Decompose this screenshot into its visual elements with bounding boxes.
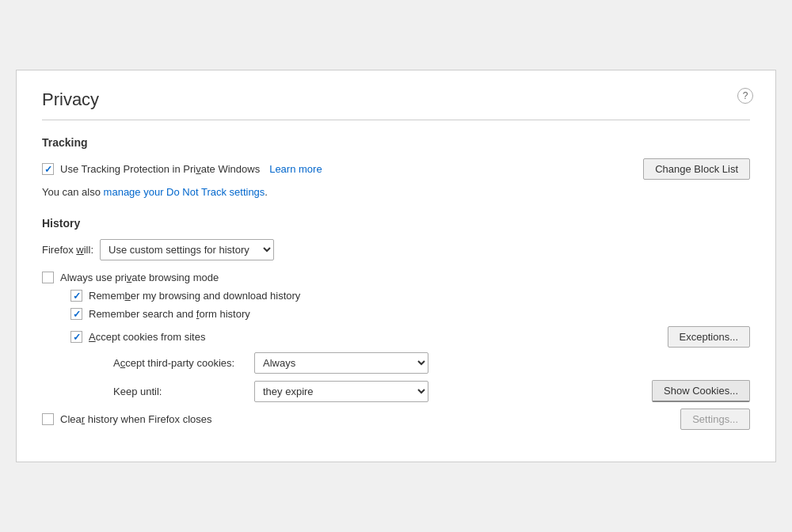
tracking-section: Tracking Use Tracking Protection in Priv… xyxy=(42,136,750,198)
tracking-protection-label: Use Tracking Protection in Private Windo… xyxy=(60,163,260,175)
learn-more-link[interactable]: Learn more xyxy=(269,163,322,175)
change-block-list-area: Change Block List xyxy=(643,158,750,180)
show-cookies-button[interactable]: Show Cookies... xyxy=(652,380,750,402)
accept-cookies-row: Accept cookies from sites Exceptions... xyxy=(42,326,750,348)
remember-browsing-row: Remember my browsing and download histor… xyxy=(70,290,750,302)
clear-history-section: Clear history when Firefox closes Settin… xyxy=(42,408,750,430)
firefox-will-select[interactable]: Remember history Never remember history … xyxy=(100,239,274,260)
remember-search-row: Remember search and form history xyxy=(70,308,750,320)
history-section: History Firefox will: Remember history N… xyxy=(42,217,750,430)
firefox-will-row: Firefox will: Remember history Never rem… xyxy=(42,239,750,260)
clear-history-checkbox[interactable] xyxy=(42,413,54,425)
accept-cookies-checkbox[interactable] xyxy=(70,331,82,343)
accept-cookies-label: Accept cookies from sites xyxy=(89,331,205,343)
keep-until-select[interactable]: they expire I close Firefox ask me every… xyxy=(254,381,428,402)
settings-button[interactable]: Settings... xyxy=(680,408,750,430)
keep-until-row: Keep until: they expire I close Firefox … xyxy=(113,381,428,402)
firefox-will-label: Firefox will: xyxy=(42,244,93,256)
tracking-section-title: Tracking xyxy=(42,136,750,149)
remember-search-checkbox[interactable] xyxy=(70,308,82,320)
exceptions-button[interactable]: Exceptions... xyxy=(668,326,750,348)
always-private-checkbox[interactable] xyxy=(42,272,54,283)
accept-cookies-left: Accept cookies from sites xyxy=(42,331,205,343)
remember-search-label: Remember search and form history xyxy=(89,308,250,320)
remember-browsing-label: Remember my browsing and download histor… xyxy=(89,290,300,302)
remember-browsing-checkbox[interactable] xyxy=(70,290,82,302)
section-divider xyxy=(42,120,750,120)
page-title: Privacy xyxy=(42,89,750,110)
third-party-select[interactable]: Always From visited Never xyxy=(254,352,428,374)
third-party-label: Accept third-party cookies: xyxy=(113,357,248,369)
keep-until-section: Keep until: they expire I close Firefox … xyxy=(42,380,750,402)
tracking-protection-checkbox[interactable] xyxy=(42,163,54,175)
clear-history-label: Clear history when Firefox closes xyxy=(60,413,212,425)
history-section-title: History xyxy=(42,217,750,230)
keep-until-label: Keep until: xyxy=(113,386,248,397)
always-private-row: Always use private browsing mode xyxy=(42,272,750,283)
always-private-label: Always use private browsing mode xyxy=(60,272,219,283)
tracking-protection-row: Use Tracking Protection in Private Windo… xyxy=(42,158,750,180)
help-icon[interactable]: ? xyxy=(737,88,753,104)
clear-history-left: Clear history when Firefox closes xyxy=(42,413,212,425)
third-party-cookies-row: Accept third-party cookies: Always From … xyxy=(113,352,750,374)
do-not-track-link[interactable]: manage your Do Not Track settings xyxy=(104,186,265,198)
change-block-list-button[interactable]: Change Block List xyxy=(643,158,750,180)
settings-btn-area: Settings... xyxy=(680,408,750,430)
do-not-track-row: You can also manage your Do Not Track se… xyxy=(42,186,750,198)
